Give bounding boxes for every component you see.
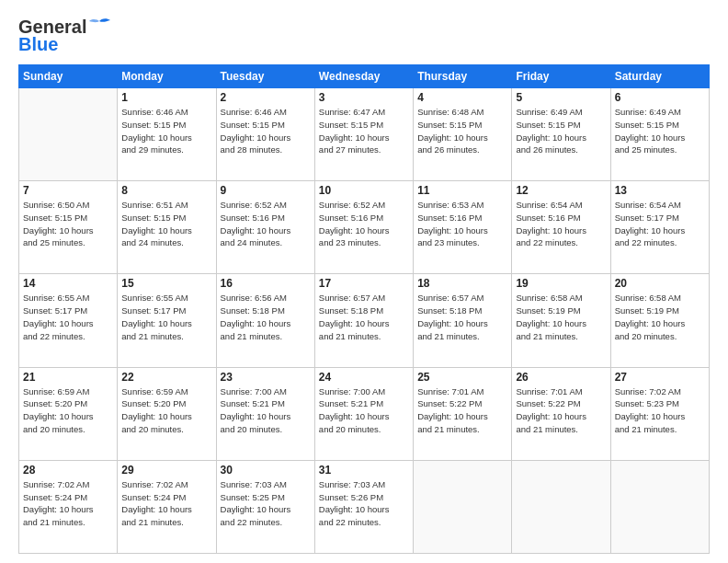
day-number: 27 [615,371,705,384]
day-info: Sunrise: 7:02 AMSunset: 5:23 PMDaylight:… [615,385,705,436]
day-info: Sunrise: 6:46 AMSunset: 5:15 PMDaylight:… [121,106,211,156]
day-number: 28 [23,464,113,477]
calendar-cell: 1Sunrise: 6:46 AMSunset: 5:15 PMDaylight… [118,88,216,181]
day-info: Sunrise: 6:59 AMSunset: 5:20 PMDaylight:… [121,385,211,436]
day-info: Sunrise: 6:50 AMSunset: 5:15 PMDaylight:… [23,199,113,249]
day-number: 26 [516,371,606,384]
calendar-cell: 13Sunrise: 6:54 AMSunset: 5:17 PMDayligh… [610,181,709,274]
calendar-cell: 3Sunrise: 6:47 AMSunset: 5:15 PMDaylight… [314,88,413,181]
day-number: 12 [516,184,606,197]
calendar-cell [610,460,709,553]
calendar-cell: 26Sunrise: 7:01 AMSunset: 5:22 PMDayligh… [512,367,610,460]
day-info: Sunrise: 7:03 AMSunset: 5:25 PMDaylight:… [221,478,311,529]
day-number: 3 [319,91,409,104]
calendar-cell: 20Sunrise: 6:58 AMSunset: 5:19 PMDayligh… [610,274,709,367]
calendar-cell: 10Sunrise: 6:52 AMSunset: 5:16 PMDayligh… [314,181,413,274]
calendar-cell: 15Sunrise: 6:55 AMSunset: 5:17 PMDayligh… [118,274,216,367]
day-info: Sunrise: 6:56 AMSunset: 5:18 PMDaylight:… [221,292,311,342]
calendar-cell: 30Sunrise: 7:03 AMSunset: 5:25 PMDayligh… [216,460,314,553]
day-info: Sunrise: 6:54 AMSunset: 5:17 PMDaylight:… [615,199,705,249]
day-number: 15 [121,277,211,290]
day-number: 19 [516,277,606,290]
col-header-saturday: Saturday [610,65,709,88]
col-header-tuesday: Tuesday [216,65,314,88]
calendar-cell: 6Sunrise: 6:49 AMSunset: 5:15 PMDaylight… [610,88,709,181]
calendar-cell [19,88,118,181]
day-info: Sunrise: 7:00 AMSunset: 5:21 PMDaylight:… [319,385,409,436]
day-number: 24 [319,371,409,384]
day-info: Sunrise: 6:48 AMSunset: 5:15 PMDaylight:… [417,106,507,156]
calendar-table: SundayMondayTuesdayWednesdayThursdayFrid… [18,64,710,554]
page-header: General Blue [18,17,710,55]
day-info: Sunrise: 6:55 AMSunset: 5:17 PMDaylight:… [23,292,113,342]
calendar-cell: 4Sunrise: 6:48 AMSunset: 5:15 PMDaylight… [414,88,512,181]
calendar-cell: 7Sunrise: 6:50 AMSunset: 5:15 PMDaylight… [19,181,118,274]
day-number: 13 [615,184,705,197]
col-header-friday: Friday [512,65,610,88]
day-info: Sunrise: 6:58 AMSunset: 5:19 PMDaylight:… [516,292,606,342]
calendar-cell: 28Sunrise: 7:02 AMSunset: 5:24 PMDayligh… [19,460,118,553]
day-number: 11 [417,184,507,197]
day-info: Sunrise: 6:47 AMSunset: 5:15 PMDaylight:… [319,106,409,156]
day-info: Sunrise: 6:53 AMSunset: 5:16 PMDaylight:… [417,199,507,249]
day-info: Sunrise: 6:57 AMSunset: 5:18 PMDaylight:… [417,292,507,342]
calendar-cell: 25Sunrise: 7:01 AMSunset: 5:22 PMDayligh… [414,367,512,460]
col-header-wednesday: Wednesday [314,65,413,88]
calendar-cell: 2Sunrise: 6:46 AMSunset: 5:15 PMDaylight… [216,88,314,181]
day-info: Sunrise: 6:52 AMSunset: 5:16 PMDaylight:… [221,199,311,249]
day-info: Sunrise: 7:03 AMSunset: 5:26 PMDaylight:… [319,478,409,529]
calendar-cell: 21Sunrise: 6:59 AMSunset: 5:20 PMDayligh… [19,367,118,460]
calendar-cell [512,460,610,553]
day-info: Sunrise: 7:01 AMSunset: 5:22 PMDaylight:… [516,385,606,436]
day-info: Sunrise: 6:57 AMSunset: 5:18 PMDaylight:… [319,292,409,342]
day-number: 31 [319,464,409,477]
logo-blue: Blue [18,34,58,55]
logo: General Blue [18,17,112,55]
week-row-5: 28Sunrise: 7:02 AMSunset: 5:24 PMDayligh… [19,460,710,553]
calendar-cell [414,460,512,553]
day-number: 9 [221,184,311,197]
col-header-monday: Monday [118,65,216,88]
week-row-4: 21Sunrise: 6:59 AMSunset: 5:20 PMDayligh… [19,367,710,460]
day-number: 22 [121,371,211,384]
day-info: Sunrise: 6:58 AMSunset: 5:19 PMDaylight:… [615,292,705,342]
day-info: Sunrise: 6:49 AMSunset: 5:15 PMDaylight:… [615,106,705,156]
calendar-cell: 27Sunrise: 7:02 AMSunset: 5:23 PMDayligh… [610,367,709,460]
calendar-cell: 31Sunrise: 7:03 AMSunset: 5:26 PMDayligh… [314,460,413,553]
week-row-1: 1Sunrise: 6:46 AMSunset: 5:15 PMDaylight… [19,88,710,181]
logo-bird-icon [86,17,112,38]
week-row-2: 7Sunrise: 6:50 AMSunset: 5:15 PMDaylight… [19,181,710,274]
day-info: Sunrise: 6:54 AMSunset: 5:16 PMDaylight:… [516,199,606,249]
day-number: 18 [417,277,507,290]
calendar-cell: 11Sunrise: 6:53 AMSunset: 5:16 PMDayligh… [414,181,512,274]
calendar-cell: 5Sunrise: 6:49 AMSunset: 5:15 PMDaylight… [512,88,610,181]
day-number: 14 [23,277,113,290]
day-number: 1 [121,91,211,104]
day-number: 6 [615,91,705,104]
day-number: 10 [319,184,409,197]
day-number: 4 [417,91,507,104]
day-info: Sunrise: 7:02 AMSunset: 5:24 PMDaylight:… [23,478,113,529]
day-number: 21 [23,371,113,384]
calendar-cell: 19Sunrise: 6:58 AMSunset: 5:19 PMDayligh… [512,274,610,367]
day-info: Sunrise: 7:02 AMSunset: 5:24 PMDaylight:… [121,478,211,529]
day-info: Sunrise: 6:55 AMSunset: 5:17 PMDaylight:… [121,292,211,342]
day-number: 23 [221,371,311,384]
day-info: Sunrise: 7:01 AMSunset: 5:22 PMDaylight:… [417,385,507,436]
day-number: 5 [516,91,606,104]
day-number: 25 [417,371,507,384]
day-number: 17 [319,277,409,290]
calendar-cell: 12Sunrise: 6:54 AMSunset: 5:16 PMDayligh… [512,181,610,274]
day-info: Sunrise: 6:49 AMSunset: 5:15 PMDaylight:… [516,106,606,156]
calendar-cell: 8Sunrise: 6:51 AMSunset: 5:15 PMDaylight… [118,181,216,274]
day-info: Sunrise: 6:51 AMSunset: 5:15 PMDaylight:… [121,199,211,249]
calendar-cell: 18Sunrise: 6:57 AMSunset: 5:18 PMDayligh… [414,274,512,367]
day-number: 20 [615,277,705,290]
day-number: 2 [221,91,311,104]
calendar-cell: 9Sunrise: 6:52 AMSunset: 5:16 PMDaylight… [216,181,314,274]
calendar-cell: 22Sunrise: 6:59 AMSunset: 5:20 PMDayligh… [118,367,216,460]
day-number: 8 [121,184,211,197]
calendar-cell: 29Sunrise: 7:02 AMSunset: 5:24 PMDayligh… [118,460,216,553]
calendar-cell: 14Sunrise: 6:55 AMSunset: 5:17 PMDayligh… [19,274,118,367]
day-number: 30 [221,464,311,477]
